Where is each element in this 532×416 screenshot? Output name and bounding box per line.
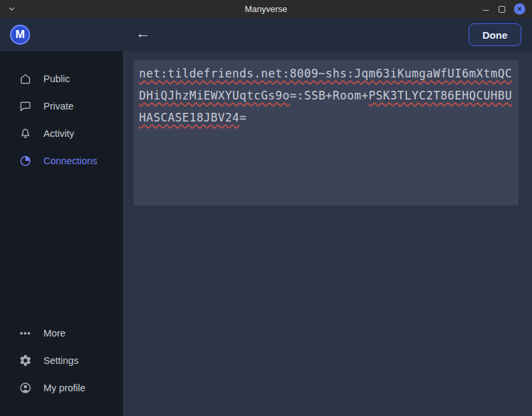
profile-icon bbox=[18, 381, 33, 395]
invite-code-input[interactable]: net:tildefriends.net:8009~shs:Jqm63iKumg… bbox=[134, 60, 519, 206]
content-area: net:tildefriends.net:8009~shs:Jqm63iKumg… bbox=[123, 51, 532, 416]
sidebar-item-private[interactable]: Private bbox=[0, 92, 123, 120]
sidebar-item-connections[interactable]: Connections bbox=[0, 147, 123, 174]
invite-text-segment: = bbox=[239, 111, 247, 124]
sidebar-item-label: Private bbox=[43, 101, 74, 112]
close-button[interactable]: × bbox=[514, 3, 525, 15]
bell-icon bbox=[18, 126, 33, 141]
sidebar-bottom-items: ••• More Settings My profile bbox=[0, 319, 123, 401]
sidebar-item-settings[interactable]: Settings bbox=[0, 347, 123, 374]
sidebar-item-my-profile[interactable]: My profile bbox=[0, 374, 123, 401]
sidebar-item-label: Settings bbox=[43, 355, 78, 366]
titlebar: Manyverse – × bbox=[0, 0, 532, 18]
sidebar-item-activity[interactable]: Activity bbox=[0, 120, 123, 147]
chat-bubble-icon bbox=[18, 99, 33, 114]
sidebar-item-public[interactable]: Public bbox=[0, 65, 123, 92]
sidebar-main-items: Public Private Activity bbox=[0, 65, 123, 174]
sidebar-item-label: More bbox=[43, 328, 65, 339]
sidebar-item-label: Connections bbox=[43, 156, 98, 166]
sidebar: Public Private Activity bbox=[0, 51, 123, 416]
more-dots-icon: ••• bbox=[18, 326, 33, 341]
sidebar-item-more[interactable]: ••• More bbox=[0, 319, 123, 347]
home-icon bbox=[18, 71, 33, 86]
sidebar-item-label: Activity bbox=[43, 128, 74, 139]
sidebar-item-label: My profile bbox=[43, 383, 86, 393]
connections-icon bbox=[18, 154, 33, 168]
restore-button[interactable] bbox=[499, 6, 505, 13]
app-header: M ← Done bbox=[0, 18, 532, 51]
minimize-button[interactable]: – bbox=[482, 1, 490, 17]
done-button[interactable]: Done bbox=[469, 23, 521, 46]
invite-text-segment: =:SSB+Room+ bbox=[289, 89, 368, 102]
window-title: Manyverse bbox=[0, 0, 532, 18]
invite-code-text: net:tildefriends.net:8009~shs:Jqm63iKumg… bbox=[139, 63, 513, 129]
sidebar-item-label: Public bbox=[43, 73, 70, 84]
back-arrow-icon[interactable]: ← bbox=[136, 25, 150, 42]
logo-letter: M bbox=[15, 28, 25, 41]
gear-icon bbox=[18, 353, 33, 368]
window-controls: – × bbox=[482, 0, 525, 18]
manyverse-logo: M bbox=[10, 25, 30, 45]
